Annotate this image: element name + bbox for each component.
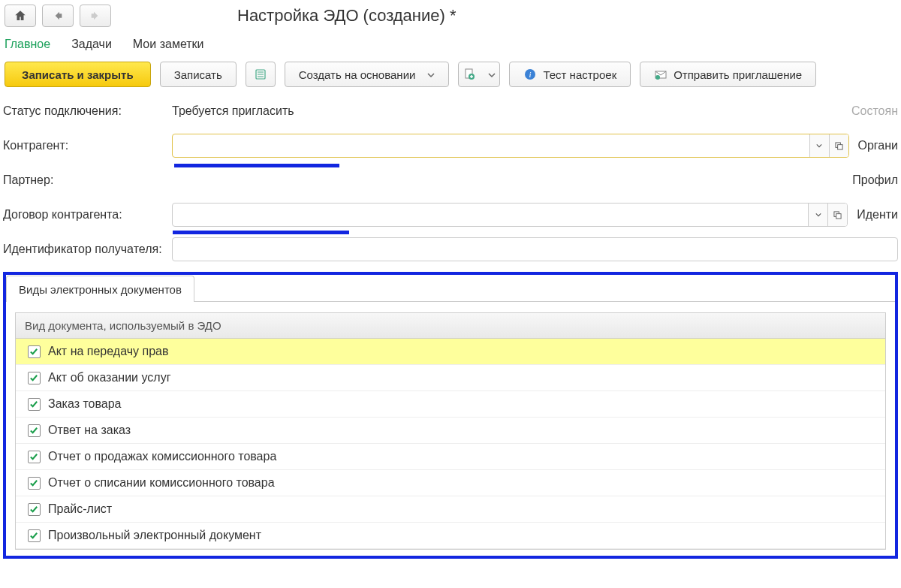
tab-tasks[interactable]: Задачи	[71, 38, 112, 51]
counterparty-right-label: Органи	[858, 139, 899, 152]
tab-doc-types[interactable]: Виды электронных документов	[6, 276, 194, 302]
checkbox[interactable]	[28, 398, 41, 411]
check-icon	[29, 531, 39, 541]
row-recipient-id: Идентификатор получателя:	[3, 237, 898, 261]
doc-table: Вид документа, используемый в ЭДО Акт на…	[15, 312, 886, 550]
svg-text:i: i	[529, 70, 532, 79]
chevron-down-icon	[815, 212, 821, 218]
page-title: Настройка ЭДО (создание) *	[237, 6, 457, 26]
tab-main[interactable]: Главное	[5, 38, 50, 51]
save-button[interactable]: Записать	[160, 62, 237, 87]
recipient-id-input[interactable]	[173, 238, 897, 261]
table-row[interactable]: Заказ товара	[16, 391, 885, 418]
open-button[interactable]	[827, 204, 847, 226]
table-row[interactable]: Отчет о списании комиссионного товара	[16, 470, 885, 496]
check-icon	[29, 452, 39, 462]
row-label: Произвольный электронный документ	[48, 529, 261, 542]
table-row[interactable]: Произвольный электронный документ	[16, 523, 885, 549]
form-area: Статус подключения: Требуется пригласить…	[0, 99, 901, 261]
checkbox[interactable]	[28, 503, 41, 516]
row-label: Отчет о продажах комиссионного товара	[48, 450, 276, 463]
test-settings-button[interactable]: i Тест настроек	[509, 62, 631, 87]
check-icon	[29, 373, 39, 383]
save-close-label: Записать и закрыть	[22, 68, 134, 81]
table-row[interactable]: Отчет о продажах комиссионного товара	[16, 444, 885, 470]
contract-input-wrap	[172, 203, 848, 227]
doc-icon	[463, 68, 476, 81]
checkbox[interactable]	[28, 424, 41, 437]
status-label: Статус подключения:	[3, 104, 172, 118]
row-label: Акт на передачу прав	[48, 345, 168, 358]
row-label: Акт об оказании услуг	[48, 371, 170, 384]
list-icon	[254, 68, 267, 81]
list-button[interactable]	[246, 62, 276, 87]
counterparty-input-wrap	[172, 134, 849, 158]
redaction-bar	[173, 231, 349, 234]
chevron-down-icon	[816, 143, 822, 149]
home-button[interactable]	[5, 5, 36, 27]
check-icon	[29, 478, 39, 488]
check-icon	[29, 400, 39, 409]
svg-rect-11	[837, 144, 842, 149]
contract-right-label: Иденти	[857, 208, 898, 222]
create-based-on-button[interactable]: Создать на основании	[285, 62, 450, 87]
doc-tabbar: Виды электронных документов	[6, 275, 895, 302]
counterparty-label: Контрагент:	[3, 139, 172, 152]
status-value: Требуется пригласить	[172, 104, 294, 118]
doc-types-region: Виды электронных документов Вид документ…	[3, 272, 898, 559]
table-row[interactable]: Акт на передачу прав	[16, 339, 885, 365]
row-contract: Договор контрагента: Иденти	[3, 203, 898, 227]
check-icon	[29, 505, 39, 514]
recipient-id-input-wrap	[172, 237, 898, 261]
status-right-label: Состоян	[851, 104, 898, 118]
table-row[interactable]: Ответ на заказ	[16, 418, 885, 444]
send-invite-button[interactable]: Отправить приглашение	[640, 62, 816, 87]
contract-input[interactable]	[173, 204, 808, 226]
row-partner: Партнер: Профил	[3, 168, 898, 192]
doc-dropdown-button[interactable]	[458, 62, 500, 87]
checkbox[interactable]	[28, 477, 41, 490]
checkbox[interactable]	[28, 372, 41, 384]
check-icon	[29, 426, 39, 436]
info-icon: i	[523, 68, 537, 81]
save-label: Записать	[174, 68, 222, 81]
contract-label: Договор контрагента:	[3, 208, 172, 222]
section-tabs: Главное Задачи Мои заметки	[0, 35, 901, 62]
tab-notes[interactable]: Мои заметки	[133, 38, 204, 51]
test-settings-label: Тест настроек	[543, 68, 616, 81]
partner-right-label: Профил	[852, 173, 898, 187]
toolbar: Записать и закрыть Записать Создать на о…	[0, 62, 901, 99]
table-row[interactable]: Акт об оказании услуг	[16, 365, 885, 391]
row-status: Статус подключения: Требуется пригласить…	[3, 99, 898, 123]
svg-point-9	[655, 75, 660, 80]
arrow-right-icon	[89, 10, 101, 22]
checkbox[interactable]	[28, 529, 41, 542]
row-label: Ответ на заказ	[48, 424, 131, 437]
row-counterparty: Контрагент: Органи	[3, 134, 898, 158]
checkbox[interactable]	[28, 451, 41, 463]
svg-rect-13	[836, 213, 841, 218]
open-button[interactable]	[829, 134, 848, 157]
open-icon	[833, 211, 842, 219]
save-close-button[interactable]: Записать и закрыть	[5, 62, 151, 87]
open-icon	[835, 142, 843, 150]
header-row: Настройка ЭДО (создание) *	[0, 0, 901, 35]
create-based-on-label: Создать на основании	[299, 68, 416, 81]
home-icon	[14, 9, 27, 23]
partner-label: Партнер:	[3, 173, 172, 187]
chevron-down-icon	[488, 68, 496, 81]
dropdown-button[interactable]	[809, 134, 829, 157]
doc-column-header: Вид документа, используемый в ЭДО	[16, 313, 885, 339]
arrow-left-icon	[52, 10, 64, 22]
counterparty-input[interactable]	[173, 134, 809, 157]
doc-table-body: Акт на передачу правАкт об оказании услу…	[16, 339, 885, 549]
row-label: Заказ товара	[48, 397, 121, 411]
recipient-id-label: Идентификатор получателя:	[3, 243, 172, 256]
forward-button[interactable]	[80, 5, 111, 27]
check-icon	[29, 347, 39, 357]
dropdown-button[interactable]	[808, 204, 827, 226]
tab-doc-types-label: Виды электронных документов	[19, 283, 182, 296]
table-row[interactable]: Прайс-лист	[16, 496, 885, 523]
back-button[interactable]	[42, 5, 74, 27]
checkbox[interactable]	[28, 345, 41, 358]
